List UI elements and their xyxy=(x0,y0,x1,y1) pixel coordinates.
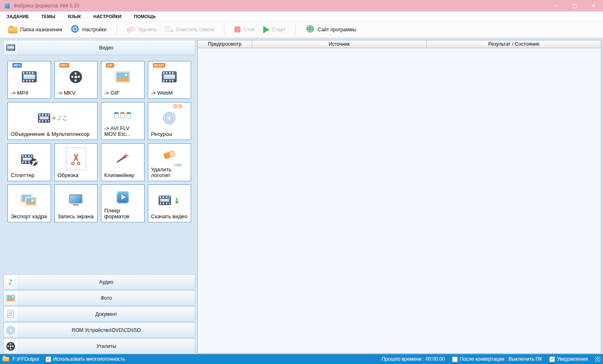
tile-resources[interactable]: ⚙⚙ Ресурсы xyxy=(148,102,192,140)
website-label: Сайт программы xyxy=(318,27,356,33)
tile-label: Запись экрана xyxy=(58,214,95,220)
tile-label: -> MKV xyxy=(58,90,95,96)
tile-label: Обрезка xyxy=(58,173,95,179)
tile-label: -> MP4 xyxy=(11,90,48,96)
stop-button[interactable]: Стоп xyxy=(230,24,259,35)
gif-badge: GIF xyxy=(106,63,114,68)
video-tiles-grid: MP4 -> MP4 MKV -> MKV GIF - xyxy=(3,56,195,227)
music-notes-icon: ♪♫ xyxy=(58,114,67,122)
tile-to-mp4[interactable]: MP4 -> MP4 xyxy=(7,61,51,99)
app-icon xyxy=(4,3,10,9)
film-download-icon: ↓ xyxy=(151,187,188,214)
window-title: Фабрика форматов X64 5.10 xyxy=(14,3,79,9)
minimize-button[interactable]: ─ xyxy=(546,0,565,12)
gif-photo-icon: GIF xyxy=(104,63,141,90)
webm-badge: WebM xyxy=(153,63,165,68)
clear-list-button[interactable]: Очистить список xyxy=(161,24,218,35)
output-path[interactable]: F:\FFOutput xyxy=(12,356,39,362)
scissors-icon xyxy=(70,154,81,165)
menu-help[interactable]: ПОМОЩЬ xyxy=(134,14,156,19)
elapsed-time: Прошло времени : 00:00:00 xyxy=(381,356,444,362)
sidebar-section-audio[interactable]: ♪ Аудио xyxy=(3,274,195,289)
file-formats-icon xyxy=(104,105,141,126)
tile-remove-logo[interactable]: Logo Удалить логотип xyxy=(148,143,192,181)
download-arrow-icon: ↓ xyxy=(173,196,180,205)
merge-mux-icon: + ♪♫ xyxy=(11,105,94,131)
tile-to-avi-flv-mov[interactable]: -> AVI FLV MOV Etc... xyxy=(101,102,145,140)
monitor-icon xyxy=(58,187,95,214)
video-section-label: Видео xyxy=(18,45,195,51)
close-button[interactable]: ✕ xyxy=(584,0,603,12)
sidebar-section-document[interactable]: Документ xyxy=(3,306,195,322)
column-preview[interactable]: Предпросмотр xyxy=(198,40,252,48)
tile-mux-merge[interactable]: + ♪♫ Объединение & Мультиплексор xyxy=(7,102,98,140)
tile-label: Удалить логотип xyxy=(151,167,188,179)
sidebar-section-rom-device[interactable]: ROM Устройство\DVD\CD\ISO xyxy=(3,322,195,338)
tile-label: -> AVI FLV MOV Etc... xyxy=(104,126,141,138)
start-button[interactable]: Старт xyxy=(259,24,290,35)
notifications-toggle[interactable]: ✓ Уведомления xyxy=(549,356,588,362)
tile-label: Скачать видео xyxy=(151,214,188,220)
notifications-checkbox[interactable]: ✓ xyxy=(549,357,555,362)
mp4-film-icon: MP4 xyxy=(11,63,48,90)
settings-button[interactable]: Настройки xyxy=(66,22,111,37)
start-label: Старт xyxy=(272,27,286,33)
tile-export-frame[interactable]: Экспорт кадра xyxy=(7,184,51,222)
column-result-state[interactable]: Результат / Состояние xyxy=(427,40,601,48)
maximize-button[interactable]: □ xyxy=(565,0,584,12)
start-icon xyxy=(263,26,269,33)
menu-themes[interactable]: ТЕМЫ xyxy=(41,14,55,19)
main-area: Видео MP4 -> MP4 MKV -> MKV xyxy=(0,38,603,354)
gear-icon xyxy=(70,24,79,35)
logo-text: Logo xyxy=(174,163,182,167)
table-body-empty[interactable] xyxy=(198,48,601,353)
shutdown-after-toggle[interactable]: После конвертации : Выключить ПК xyxy=(452,356,542,362)
sidebar-section-video[interactable]: Видео xyxy=(3,40,195,55)
clear-list-icon xyxy=(165,26,173,33)
multithreading-checkbox[interactable]: ✓ xyxy=(46,357,51,362)
column-source[interactable]: Источник xyxy=(252,40,427,48)
notifications-label: Уведомления xyxy=(557,356,588,362)
tile-to-mkv[interactable]: MKV -> MKV xyxy=(54,61,98,99)
remove-button[interactable]: Удалить xyxy=(123,25,161,35)
sidebar-section-photo[interactable]: Фото xyxy=(3,290,195,306)
photo-frames-icon xyxy=(11,187,48,214)
sidebar: Видео MP4 -> MP4 MKV -> MKV xyxy=(3,40,195,354)
menu-language[interactable]: ЯЗЫК xyxy=(68,14,81,19)
eraser-logo-icon: Logo xyxy=(151,146,188,167)
tile-crop[interactable]: Обрезка xyxy=(54,143,98,181)
destination-folder-button[interactable]: Папка назначения xyxy=(4,24,66,35)
statusbar: F:\FFOutput ✓ Использовать многопоточнос… xyxy=(0,354,603,364)
menu-task[interactable]: ЗАДАНИЕ xyxy=(7,14,29,19)
remove-label: Удалить xyxy=(138,27,157,33)
tile-label: Ресурсы xyxy=(151,131,188,138)
tile-to-webm[interactable]: WebM -> WebM xyxy=(148,61,192,99)
window-controls: ─ □ ✕ xyxy=(546,0,603,12)
tile-screen-record[interactable]: Запись экрана xyxy=(54,184,98,222)
tile-label: -> GIF xyxy=(104,90,141,96)
resize-grip[interactable] xyxy=(595,357,601,362)
tile-to-gif[interactable]: GIF -> GIF xyxy=(101,61,145,99)
tile-label: -> WebM xyxy=(151,90,188,96)
website-button[interactable]: Сайт программы xyxy=(302,22,360,37)
toolbar-separator xyxy=(295,25,296,35)
disc-gears-icon: ⚙⚙ xyxy=(151,105,188,131)
reel-icon xyxy=(4,339,18,353)
titlebar: Фабрика форматов X64 5.10 ─ □ ✕ xyxy=(0,0,603,12)
output-folder-icon xyxy=(2,357,9,362)
toolbar: Папка назначения Настройки Удалить Очист… xyxy=(0,21,603,38)
music-note-icon: ♪ xyxy=(4,275,18,289)
menu-settings[interactable]: НАСТРОЙКИ xyxy=(93,14,122,19)
multithreading-toggle[interactable]: ✓ Использовать многопоточность xyxy=(46,356,125,362)
table-header: Предпросмотр Источник Результат / Состоя… xyxy=(198,40,601,48)
mkv-badge: MKV xyxy=(59,63,69,68)
tile-clipmaker[interactable]: Клипмейкер xyxy=(101,143,145,181)
shutdown-checkbox[interactable] xyxy=(452,357,458,362)
mp4-badge: MP4 xyxy=(12,63,22,68)
globe-icon xyxy=(306,24,315,35)
sidebar-section-utilities[interactable]: Утилиты xyxy=(3,338,195,354)
tile-splitter[interactable]: Сплиттер xyxy=(7,143,51,181)
tile-format-player[interactable]: Плеер форматов xyxy=(101,184,145,222)
disc-icon xyxy=(4,323,18,337)
tile-download-video[interactable]: ↓ Скачать видео xyxy=(148,184,192,222)
